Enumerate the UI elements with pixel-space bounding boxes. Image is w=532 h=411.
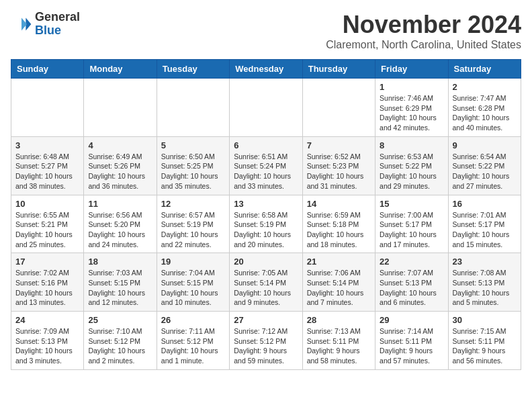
day-number: 9: [453, 140, 517, 150]
calendar-cell: 14Sunrise: 6:59 AM Sunset: 5:18 PM Dayli…: [302, 195, 375, 253]
day-number: 29: [380, 315, 443, 325]
weekday-header-saturday: Saturday: [448, 60, 521, 79]
calendar-cell: 15Sunrise: 7:00 AM Sunset: 5:17 PM Dayli…: [375, 195, 448, 253]
day-number: 17: [15, 257, 79, 267]
calendar-cell: [84, 79, 157, 137]
weekday-header-monday: Monday: [84, 60, 157, 79]
calendar-cell: [230, 79, 302, 137]
calendar-cell: 27Sunrise: 7:12 AM Sunset: 5:12 PM Dayli…: [230, 312, 302, 370]
week-row-4: 17Sunrise: 7:02 AM Sunset: 5:16 PM Dayli…: [11, 253, 521, 312]
calendar-cell: 28Sunrise: 7:13 AM Sunset: 5:11 PM Dayli…: [302, 312, 375, 370]
day-info: Sunrise: 6:56 AM Sunset: 5:20 PM Dayligh…: [88, 210, 152, 250]
weekday-header-wednesday: Wednesday: [230, 60, 302, 79]
day-info: Sunrise: 6:57 AM Sunset: 5:19 PM Dayligh…: [161, 210, 225, 250]
weekday-header-tuesday: Tuesday: [157, 60, 229, 79]
day-info: Sunrise: 7:08 AM Sunset: 5:13 PM Dayligh…: [453, 268, 517, 308]
day-info: Sunrise: 7:10 AM Sunset: 5:12 PM Dayligh…: [88, 326, 152, 366]
day-number: 12: [161, 199, 225, 209]
day-info: Sunrise: 7:06 AM Sunset: 5:14 PM Dayligh…: [307, 268, 371, 308]
calendar-cell: [302, 79, 375, 137]
calendar-cell: 12Sunrise: 6:57 AM Sunset: 5:19 PM Dayli…: [157, 195, 229, 253]
day-number: 10: [15, 199, 79, 209]
day-info: Sunrise: 6:55 AM Sunset: 5:21 PM Dayligh…: [15, 210, 79, 250]
day-number: 24: [15, 315, 79, 325]
logo-blue-text: Blue: [35, 24, 80, 38]
page-subtitle: Claremont, North Carolina, United States: [326, 39, 521, 51]
calendar-cell: 18Sunrise: 7:03 AM Sunset: 5:15 PM Dayli…: [84, 253, 157, 312]
weekday-header-thursday: Thursday: [302, 60, 375, 79]
calendar-cell: 11Sunrise: 6:56 AM Sunset: 5:20 PM Dayli…: [84, 195, 157, 253]
day-info: Sunrise: 7:02 AM Sunset: 5:16 PM Dayligh…: [15, 268, 79, 308]
calendar-cell: 8Sunrise: 6:53 AM Sunset: 5:22 PM Daylig…: [375, 136, 448, 195]
day-info: Sunrise: 7:15 AM Sunset: 5:11 PM Dayligh…: [453, 326, 517, 366]
calendar-cell: 25Sunrise: 7:10 AM Sunset: 5:12 PM Dayli…: [84, 312, 157, 370]
day-info: Sunrise: 7:14 AM Sunset: 5:11 PM Dayligh…: [380, 326, 443, 366]
day-info: Sunrise: 6:53 AM Sunset: 5:22 PM Dayligh…: [380, 152, 443, 191]
calendar-cell: 5Sunrise: 6:50 AM Sunset: 5:25 PM Daylig…: [157, 136, 229, 195]
logo: General Blue: [11, 11, 80, 38]
day-number: 8: [380, 140, 443, 150]
weekday-header-sunday: Sunday: [11, 60, 84, 79]
calendar-cell: 26Sunrise: 7:11 AM Sunset: 5:12 PM Dayli…: [157, 312, 229, 370]
day-number: 3: [15, 140, 79, 150]
week-row-3: 10Sunrise: 6:55 AM Sunset: 5:21 PM Dayli…: [11, 195, 521, 253]
day-info: Sunrise: 7:47 AM Sunset: 6:28 PM Dayligh…: [453, 93, 517, 133]
calendar-cell: 3Sunrise: 6:48 AM Sunset: 5:27 PM Daylig…: [11, 136, 84, 195]
day-number: 26: [161, 315, 225, 325]
day-number: 16: [453, 199, 517, 209]
day-info: Sunrise: 6:58 AM Sunset: 5:19 PM Dayligh…: [234, 210, 298, 250]
day-info: Sunrise: 6:59 AM Sunset: 5:18 PM Dayligh…: [307, 210, 371, 250]
day-number: 7: [307, 140, 371, 150]
day-info: Sunrise: 7:01 AM Sunset: 5:17 PM Dayligh…: [453, 210, 517, 250]
calendar-cell: 13Sunrise: 6:58 AM Sunset: 5:19 PM Dayli…: [230, 195, 302, 253]
day-number: 2: [453, 82, 517, 92]
day-number: 4: [88, 140, 152, 150]
day-number: 21: [307, 257, 371, 267]
day-info: Sunrise: 7:07 AM Sunset: 5:13 PM Dayligh…: [380, 268, 443, 308]
day-number: 20: [234, 257, 298, 267]
day-number: 28: [307, 315, 371, 325]
week-row-5: 24Sunrise: 7:09 AM Sunset: 5:13 PM Dayli…: [11, 312, 521, 370]
day-info: Sunrise: 7:13 AM Sunset: 5:11 PM Dayligh…: [307, 326, 371, 366]
logo-icon: [11, 13, 32, 35]
calendar-cell: 7Sunrise: 6:52 AM Sunset: 5:23 PM Daylig…: [302, 136, 375, 195]
week-row-1: 1Sunrise: 7:46 AM Sunset: 6:29 PM Daylig…: [11, 79, 521, 137]
day-number: 14: [307, 199, 371, 209]
logo-text: General Blue: [35, 11, 80, 38]
header: General Blue November 2024 Claremont, No…: [11, 11, 521, 51]
calendar-cell: 4Sunrise: 6:49 AM Sunset: 5:26 PM Daylig…: [84, 136, 157, 195]
calendar-cell: 10Sunrise: 6:55 AM Sunset: 5:21 PM Dayli…: [11, 195, 84, 253]
calendar-cell: [11, 79, 84, 137]
weekday-header-friday: Friday: [375, 60, 448, 79]
calendar-cell: 24Sunrise: 7:09 AM Sunset: 5:13 PM Dayli…: [11, 312, 84, 370]
day-number: 13: [234, 199, 298, 209]
day-info: Sunrise: 7:04 AM Sunset: 5:15 PM Dayligh…: [161, 268, 225, 308]
day-number: 19: [161, 257, 225, 267]
calendar-cell: 21Sunrise: 7:06 AM Sunset: 5:14 PM Dayli…: [302, 253, 375, 312]
calendar-cell: [157, 79, 229, 137]
day-info: Sunrise: 6:51 AM Sunset: 5:24 PM Dayligh…: [234, 152, 298, 191]
day-number: 1: [380, 82, 443, 92]
day-info: Sunrise: 7:46 AM Sunset: 6:29 PM Dayligh…: [380, 93, 443, 133]
calendar-cell: 29Sunrise: 7:14 AM Sunset: 5:11 PM Dayli…: [375, 312, 448, 370]
day-number: 15: [380, 199, 443, 209]
day-number: 11: [88, 199, 152, 209]
day-number: 5: [161, 140, 225, 150]
day-info: Sunrise: 6:52 AM Sunset: 5:23 PM Dayligh…: [307, 152, 371, 191]
day-number: 27: [234, 315, 298, 325]
day-info: Sunrise: 7:11 AM Sunset: 5:12 PM Dayligh…: [161, 326, 225, 366]
day-number: 30: [453, 315, 517, 325]
calendar-cell: 17Sunrise: 7:02 AM Sunset: 5:16 PM Dayli…: [11, 253, 84, 312]
day-number: 18: [88, 257, 152, 267]
title-area: November 2024 Claremont, North Carolina,…: [326, 11, 521, 51]
calendar-cell: 9Sunrise: 6:54 AM Sunset: 5:22 PM Daylig…: [448, 136, 521, 195]
weekday-header-row: SundayMondayTuesdayWednesdayThursdayFrid…: [11, 60, 521, 79]
calendar-cell: 30Sunrise: 7:15 AM Sunset: 5:11 PM Dayli…: [448, 312, 521, 370]
day-info: Sunrise: 7:09 AM Sunset: 5:13 PM Dayligh…: [15, 326, 79, 366]
day-number: 23: [453, 257, 517, 267]
day-info: Sunrise: 6:49 AM Sunset: 5:26 PM Dayligh…: [88, 152, 152, 191]
calendar-cell: 23Sunrise: 7:08 AM Sunset: 5:13 PM Dayli…: [448, 253, 521, 312]
calendar-cell: 22Sunrise: 7:07 AM Sunset: 5:13 PM Dayli…: [375, 253, 448, 312]
week-row-2: 3Sunrise: 6:48 AM Sunset: 5:27 PM Daylig…: [11, 136, 521, 195]
day-info: Sunrise: 6:48 AM Sunset: 5:27 PM Dayligh…: [15, 152, 79, 191]
